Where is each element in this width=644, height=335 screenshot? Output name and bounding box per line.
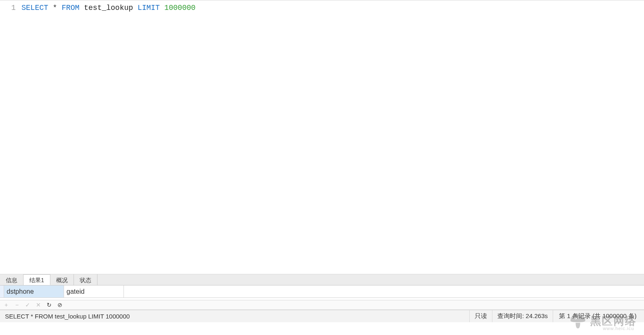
status-readonly: 只读 [470,310,492,322]
status-record-count: 第 1 条记录 (共 1000000 条) [553,310,644,322]
result-grid-header: dstphonegateid [0,285,644,298]
sql-token: FROM [62,4,79,12]
watermark-sub: www.heic.icu [603,326,634,331]
tab-状态[interactable]: 状态 [74,274,97,285]
sql-editor[interactable]: 1 SELECT * FROM test_lookup LIMIT 100000… [0,0,644,274]
refresh-icon[interactable]: ↻ [46,302,52,308]
status-query: SELECT * FROM test_lookup LIMIT 1000000 [0,310,470,322]
cancel-icon: ✕ [36,302,41,308]
sql-token: LIMIT [138,4,160,12]
column-header-gateid[interactable]: gateid [64,285,124,297]
tab-信息[interactable]: 信息 [0,274,24,285]
sql-token: SELECT [21,4,48,12]
status-bar: SELECT * FROM test_lookup LIMIT 1000000 … [0,310,644,322]
row-actions-toolbar: +−✓✕↻⊘ [0,300,644,310]
sql-token [133,4,138,12]
delete-row-icon: − [14,302,20,308]
sql-token: * [48,4,62,12]
result-tabs: 信息结果1概况状态 [0,274,644,285]
column-headers: dstphonegateid [4,285,124,297]
tab-概况[interactable]: 概况 [50,274,74,285]
sql-token [79,4,84,12]
sql-code-area[interactable]: SELECT * FROM test_lookup LIMIT 1000000 [20,0,644,274]
sql-token: test_lookup [84,4,133,12]
column-header-dstphone[interactable]: dstphone [4,285,64,297]
sql-token: 1000000 [164,4,196,12]
apply-icon: ✓ [25,302,31,308]
row-selector-stub[interactable] [0,285,4,297]
add-row-icon: + [3,302,9,308]
stop-icon[interactable]: ⊘ [57,302,63,308]
app-root: 1 SELECT * FROM test_lookup LIMIT 100000… [0,0,644,335]
line-number: 1 [0,3,16,13]
sql-token [160,4,164,12]
tab-结果1[interactable]: 结果1 [24,274,50,285]
status-query-time: 查询时间: 24.263s [492,310,553,322]
line-gutter: 1 [0,0,20,274]
